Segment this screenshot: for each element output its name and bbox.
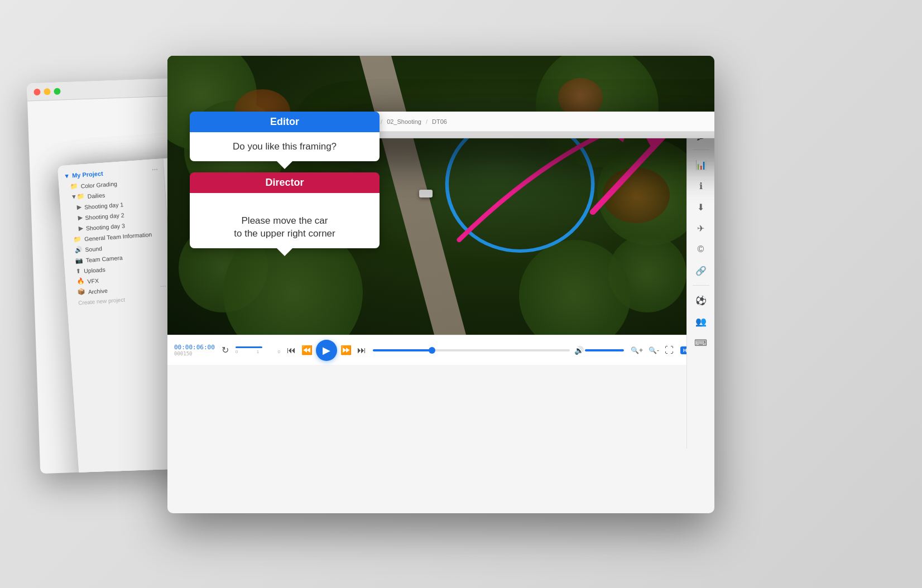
copyright-sidebar-icon[interactable]: © [692, 240, 710, 258]
speed-control: 010 [236, 346, 280, 354]
refresh-button[interactable]: ↻ [219, 343, 231, 358]
play-icon: ▶ [78, 224, 83, 232]
timeline-playhead [429, 347, 435, 354]
breadcrumb-bar: Film Project / 02_Shooting / DT06 ⊗ ⊘ ? … [335, 112, 714, 132]
editor-bubble: Editor Do you like this framing? [190, 112, 380, 161]
timeline-scrubber[interactable] [373, 349, 570, 351]
camera-icon: 📷 [75, 257, 83, 264]
goto-start-button[interactable]: ⏮ [285, 343, 298, 358]
folder-icon: 📁 [74, 235, 82, 243]
breadcrumb-shooting[interactable]: 02_Shooting [387, 118, 421, 125]
goto-end-button[interactable]: ⏭ [355, 343, 368, 358]
volume-slider[interactable] [585, 349, 624, 351]
play-button[interactable]: ▶ [316, 340, 337, 361]
zoom-in-button[interactable]: 🔍+ [628, 344, 645, 356]
fullscreen-button[interactable]: ⛶ [662, 343, 676, 358]
my-project-label: My Project [72, 170, 103, 179]
upload-icon: ⬆ [76, 267, 81, 275]
timecode-display: 00:00:06:00 000150 [174, 344, 215, 357]
vfx-icon: 🔥 [76, 278, 85, 286]
zoom-out-button[interactable]: 🔍- [646, 344, 661, 356]
minimize-button[interactable] [44, 88, 50, 95]
step-back-button[interactable]: ⏪ [299, 343, 315, 358]
volume-icon[interactable]: 🔊 [574, 346, 584, 355]
folder-icon: ▼📁 [70, 192, 85, 201]
archive-more[interactable]: ⋯ [160, 282, 166, 290]
timeline-progress [373, 349, 432, 351]
stats-sidebar-icon[interactable]: 📊 [692, 156, 710, 173]
director-message: Please move the car to the upper right c… [190, 193, 380, 248]
bubble-tail [190, 161, 380, 169]
video-controls-bar: 00:00:06:00 000150 ↻ 010 ⏮ ⏪ ▶ ⏩ ⏭ [167, 335, 714, 365]
sidebar-divider [693, 285, 709, 286]
breadcrumb-sep2: / [426, 118, 428, 125]
share-sidebar-icon[interactable]: ✈ [692, 219, 710, 237]
volume-control: 🔊 [574, 346, 624, 355]
maximize-button[interactable] [54, 88, 60, 94]
breadcrumb-dt06[interactable]: DT06 [432, 118, 447, 125]
tail-down-icon [277, 161, 292, 169]
keyboard-sidebar-icon[interactable]: ⌨ [692, 334, 710, 351]
play-icon: ▶ [77, 204, 82, 211]
chat-bubbles-overlay: Editor Do you like this framing? Directo… [190, 112, 380, 256]
tail-down-icon [277, 248, 292, 256]
breadcrumb-sep1: / [381, 118, 382, 125]
right-sidebar: 💬 📊 ℹ ⬇ ✈ © 🔗 ⚽ 👥 ⌨ [686, 121, 714, 449]
sound-icon: 🔊 [74, 246, 83, 254]
speed-bar [236, 346, 262, 348]
sidebar-more[interactable]: ⋯ [151, 166, 158, 173]
director-role-label: Director [190, 172, 380, 193]
editor-message: Do you like this framing? [190, 132, 380, 161]
ball-sidebar-icon[interactable]: ⚽ [692, 291, 710, 309]
archive-icon: 📦 [77, 288, 85, 296]
download-sidebar-icon[interactable]: ⬇ [692, 198, 710, 216]
video-player[interactable]: Editor Do you like this framing? Directo… [167, 56, 714, 335]
zoom-controls: 🔍+ 🔍- ⛶ [628, 343, 676, 358]
editor-role-label: Editor [190, 112, 380, 132]
transport-controls: ⏮ ⏪ ▶ ⏩ ⏭ [285, 340, 368, 361]
sidebar-divider [693, 150, 709, 150]
front-window: Webgate cloud services Browser Boards Co… [167, 56, 714, 513]
step-forward-button[interactable]: ⏩ [338, 343, 354, 358]
users-sidebar-icon[interactable]: 👥 [692, 312, 710, 330]
close-button[interactable] [33, 88, 40, 95]
director-bubble: Director Please move the car to the uppe… [190, 172, 380, 248]
info-sidebar-icon[interactable]: ℹ [692, 177, 710, 195]
link-sidebar-icon[interactable]: 🔗 [692, 262, 710, 279]
folder-icon: 📁 [70, 182, 78, 190]
play-icon: ▶ [78, 214, 83, 222]
director-tail [190, 248, 380, 256]
